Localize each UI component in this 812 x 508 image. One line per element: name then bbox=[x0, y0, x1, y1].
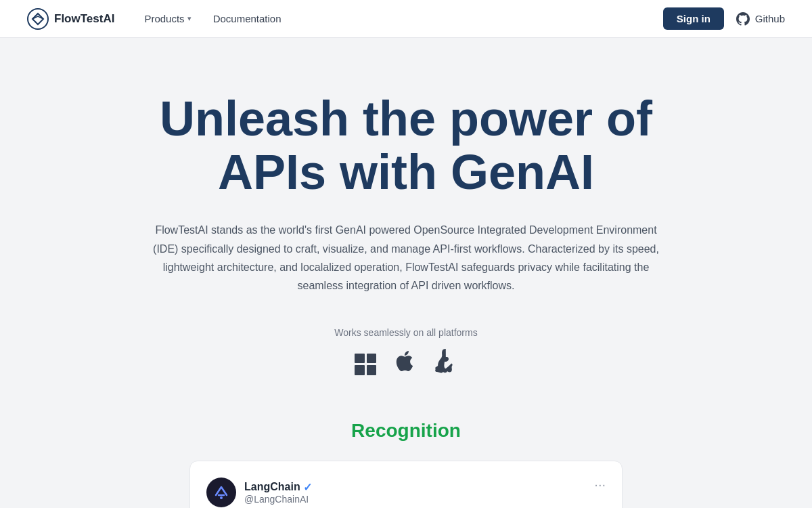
logo-text: FlowTestAI bbox=[54, 12, 114, 26]
svg-point-2 bbox=[220, 496, 223, 499]
tweet-user: LangChain ✓ @LangChainAI bbox=[206, 478, 312, 507]
github-link[interactable]: Github bbox=[735, 11, 785, 27]
recognition-title: Recognition bbox=[351, 420, 461, 442]
platforms-label: Works seamlessly on all platforms bbox=[334, 327, 477, 338]
langchain-logo-svg bbox=[209, 480, 233, 505]
logo-link[interactable]: FlowTestAI bbox=[27, 8, 114, 30]
tweet-header: LangChain ✓ @LangChainAI ··· bbox=[206, 478, 606, 507]
products-label: Products bbox=[144, 13, 184, 24]
windows-icon bbox=[355, 354, 376, 375]
logo-icon bbox=[27, 8, 49, 30]
linux-icon bbox=[433, 349, 457, 379]
platforms-section: Works seamlessly on all platforms bbox=[334, 327, 477, 379]
documentation-label: Documentation bbox=[213, 13, 281, 24]
github-label: Github bbox=[755, 13, 785, 24]
recognition-section: Recognition LangChain ✓ bbox=[27, 420, 785, 508]
tweet-more-button[interactable]: ··· bbox=[594, 478, 606, 491]
verified-icon: ✓ bbox=[303, 481, 312, 494]
langchain-avatar bbox=[206, 478, 236, 507]
products-chevron-icon: ▾ bbox=[187, 14, 191, 23]
products-nav-link[interactable]: Products ▾ bbox=[136, 7, 199, 30]
tweet-user-info: LangChain ✓ @LangChainAI bbox=[244, 481, 312, 505]
apple-icon bbox=[392, 349, 417, 379]
hero-subtitle: FlowTestAI stands as the world's first G… bbox=[142, 221, 670, 295]
github-icon bbox=[735, 11, 751, 27]
hero-section: Unleash the power of APIs with GenAI Flo… bbox=[0, 38, 812, 508]
tweet-handle: @LangChainAI bbox=[244, 494, 312, 505]
hero-title: Unleash the power of APIs with GenAI bbox=[102, 92, 710, 199]
tweet-username: LangChain ✓ bbox=[244, 481, 312, 494]
platform-icons bbox=[355, 349, 457, 379]
svg-point-0 bbox=[28, 9, 48, 29]
nav-right: Sign in Github bbox=[663, 7, 785, 30]
sign-in-button[interactable]: Sign in bbox=[663, 7, 724, 30]
nav-links: Products ▾ Documentation bbox=[136, 7, 662, 30]
navbar: FlowTestAI Products ▾ Documentation Sign… bbox=[0, 0, 812, 38]
svg-point-1 bbox=[209, 480, 233, 505]
documentation-nav-link[interactable]: Documentation bbox=[205, 7, 290, 30]
tweet-card: LangChain ✓ @LangChainAI ··· 💪 Empowerin… bbox=[189, 461, 623, 508]
